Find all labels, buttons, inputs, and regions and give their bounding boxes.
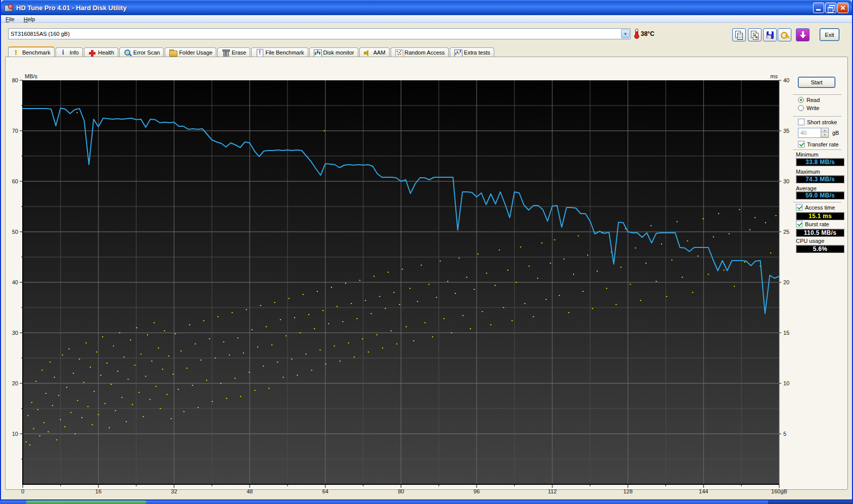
tab-label: Erase <box>231 49 246 56</box>
window-title: HD Tune Pro 4.01 - Hard Disk Utility <box>16 4 127 12</box>
burst-rate-checkbox[interactable]: Burst rate <box>796 221 829 227</box>
maximum-value: 74.3 MB/s <box>796 175 844 183</box>
temperature-value: 38°C <box>641 30 654 37</box>
floppy-disk-icon <box>764 29 776 41</box>
gb-unit-label: gB <box>832 130 839 136</box>
tab-label: Disk monitor <box>323 49 354 56</box>
transfer-rate-checkbox[interactable]: Transfer rate <box>798 141 839 147</box>
tab-extra-tests[interactable]: Extra tests <box>450 47 494 57</box>
scatter-icon <box>395 49 403 57</box>
menu-help[interactable]: Help <box>19 16 40 23</box>
arrow-down-icon <box>796 29 809 41</box>
options-button[interactable] <box>778 28 791 41</box>
app-icon <box>5 4 13 12</box>
taskbar-item[interactable] <box>768 500 853 504</box>
thermometer-icon <box>634 29 638 39</box>
tab-label: Random Access <box>405 49 445 56</box>
write-radio[interactable]: Write <box>798 105 819 111</box>
arrow-up-icon[interactable]: ▲ <box>821 128 828 133</box>
speaker-icon <box>363 49 371 57</box>
minimize-button[interactable] <box>813 3 824 13</box>
burst-rate-label: Burst rate <box>805 221 829 227</box>
read-label: Read <box>807 97 820 103</box>
app-window: HD Tune Pro 4.01 - Hard Disk Utility Fil… <box>0 0 853 500</box>
chevron-down-icon[interactable]: ▼ <box>621 29 630 38</box>
average-value: 59.0 MB/s <box>796 191 844 199</box>
tab-label: AAM <box>373 49 386 56</box>
start-button-taskbar[interactable] <box>26 500 147 504</box>
copy-text-button[interactable] <box>732 28 746 41</box>
capture-button[interactable] <box>796 28 810 41</box>
checkbox-checked-icon <box>798 141 804 147</box>
benchmark-icon <box>12 48 20 56</box>
tab-disk-monitor[interactable]: Disk monitor <box>309 47 358 57</box>
tab-label: File Benchmark <box>265 49 304 56</box>
close-button[interactable] <box>837 3 848 13</box>
toolbar: ST3160815AS (160 gB) ▼ 38°C Exit <box>1 23 852 44</box>
short-stroke-size-value[interactable]: 40 <box>798 128 821 138</box>
bar-chart-icon <box>313 49 321 57</box>
tab-benchmark[interactable]: Benchmark <box>8 46 55 57</box>
benchmark-page <box>5 57 848 490</box>
access-time-value: 15.1 ms <box>796 212 844 220</box>
tab-info[interactable]: Info <box>56 47 83 57</box>
copy-image-button[interactable] <box>748 28 762 41</box>
copy-image-icon <box>748 29 761 41</box>
start-button[interactable]: Start <box>798 77 835 88</box>
maximum-label: Maximum <box>796 169 820 175</box>
restore-button[interactable] <box>825 3 836 13</box>
divider <box>793 116 841 117</box>
short-stroke-checkbox[interactable]: Short stroke <box>798 119 837 125</box>
short-stroke-label: Short stroke <box>807 119 837 125</box>
tab-label: Error Scan <box>133 49 160 56</box>
trash-icon <box>221 49 229 57</box>
info-icon <box>60 49 68 57</box>
divider <box>793 149 841 150</box>
tab-random-access[interactable]: Random Access <box>391 47 449 57</box>
health-cross-icon <box>88 49 96 57</box>
access-time-checkbox[interactable]: Access time <box>796 204 835 211</box>
file-icon <box>255 49 263 57</box>
divider <box>793 94 841 95</box>
chart-icon <box>454 49 462 57</box>
checkbox-checked-icon <box>796 221 802 227</box>
folder-icon <box>169 49 177 57</box>
tab-aam[interactable]: AAM <box>359 47 390 57</box>
save-button[interactable] <box>763 28 777 41</box>
transfer-rate-label: Transfer rate <box>807 141 839 147</box>
access-time-label: Access time <box>805 205 835 211</box>
drive-select[interactable]: ST3160815AS (160 gB) ▼ <box>8 28 631 39</box>
radio-icon <box>798 105 804 111</box>
short-stroke-size-stepper[interactable]: 40 ▲▼ <box>798 128 829 138</box>
average-label: Average <box>796 185 817 191</box>
copy-text-icon <box>733 29 745 41</box>
tab-label: Extra tests <box>464 49 490 56</box>
control-panel: Start Read Write Short stroke 40 ▲▼ gB T… <box>792 73 848 336</box>
tab-health[interactable]: Health <box>84 47 118 57</box>
temperature-indicator: 38°C <box>634 29 654 39</box>
exit-button[interactable]: Exit <box>820 28 839 41</box>
tab-error-scan[interactable]: Error Scan <box>119 47 164 57</box>
drive-select-value: ST3160815AS (160 gB) <box>9 31 621 37</box>
cpu-usage-value: 5.6% <box>796 245 844 253</box>
arrow-down-icon[interactable]: ▼ <box>821 133 828 137</box>
minimum-value: 33.8 MB/s <box>796 158 844 166</box>
tab-label: Folder Usage <box>179 49 212 56</box>
menu-bar: File Help <box>1 15 852 23</box>
tab-file-benchmark[interactable]: File Benchmark <box>251 47 308 57</box>
cpu-usage-label: CPU usage <box>796 238 824 244</box>
burst-rate-value: 110.5 MB/s <box>796 229 844 237</box>
tab-label: Benchmark <box>22 49 51 56</box>
minimum-label: Minimum <box>796 152 819 158</box>
stepper-arrows[interactable]: ▲▼ <box>821 128 829 138</box>
tab-folder-usage[interactable]: Folder Usage <box>165 47 216 57</box>
read-radio[interactable]: Read <box>798 97 820 103</box>
tab-bar: Benchmark Info Health Error Scan Folder … <box>8 47 495 57</box>
title-bar: HD Tune Pro 4.01 - Hard Disk Utility <box>1 0 852 15</box>
menu-file[interactable]: File <box>1 16 19 23</box>
tab-label: Health <box>98 49 114 56</box>
tab-erase[interactable]: Erase <box>217 47 250 57</box>
taskbar <box>0 500 853 504</box>
checkbox-checked-icon <box>796 204 802 211</box>
write-label: Write <box>807 105 819 111</box>
